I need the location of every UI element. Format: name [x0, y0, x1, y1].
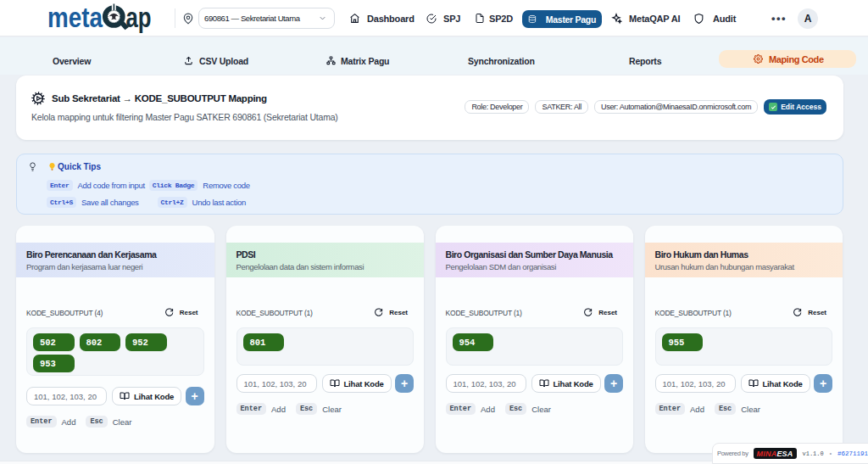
svg-text:meta: meta — [47, 2, 103, 33]
svg-text:ap: ap — [126, 2, 152, 33]
